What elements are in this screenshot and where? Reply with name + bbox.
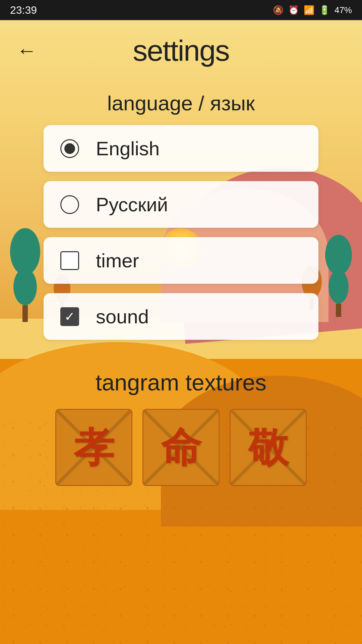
header: ← settings — [13, 27, 349, 78]
setting-option-sound[interactable]: sound — [44, 293, 318, 340]
texture-char-1: 孝 — [74, 427, 114, 468]
alarm-icon: ⏰ — [288, 5, 299, 15]
texture-char-2: 命 — [161, 427, 201, 468]
textures-row: 孝 命 敬 — [55, 409, 307, 486]
texture-tile-1[interactable]: 孝 — [55, 409, 132, 486]
checkbox-timer — [60, 251, 79, 270]
timer-label: timer — [96, 249, 139, 272]
setting-option-timer[interactable]: timer — [44, 237, 318, 284]
texture-tile-2[interactable]: 命 — [142, 409, 220, 486]
language-option-english[interactable]: English — [44, 125, 318, 172]
status-bar: 23:39 🔕 ⏰ 📶 🔋 47% — [0, 0, 362, 20]
texture-char-3: 敬 — [248, 427, 288, 468]
textures-section-label: tangram textures — [96, 369, 266, 395]
language-russian-label: Русский — [96, 193, 168, 216]
back-button[interactable]: ← — [13, 37, 40, 64]
sound-label: sound — [96, 305, 149, 328]
main-content: ← settings language / язык English Русск… — [0, 20, 362, 486]
status-icons: 🔕 ⏰ 📶 🔋 47% — [273, 5, 352, 15]
texture-tile-3[interactable]: 敬 — [230, 409, 307, 486]
radio-russian — [60, 195, 79, 214]
mute-icon: 🔕 — [273, 5, 284, 15]
language-english-label: English — [96, 137, 160, 160]
page-title: settings — [133, 34, 229, 68]
language-option-russian[interactable]: Русский — [44, 181, 318, 228]
checkbox-sound — [60, 307, 79, 326]
language-section-label: language / язык — [107, 91, 255, 115]
back-arrow-icon: ← — [17, 41, 37, 61]
battery-percent: 47% — [335, 5, 352, 15]
status-time: 23:39 — [10, 4, 37, 16]
signal-icon: 📶 — [304, 5, 314, 15]
radio-english — [60, 139, 79, 158]
battery-icon: 🔋 — [319, 5, 330, 15]
